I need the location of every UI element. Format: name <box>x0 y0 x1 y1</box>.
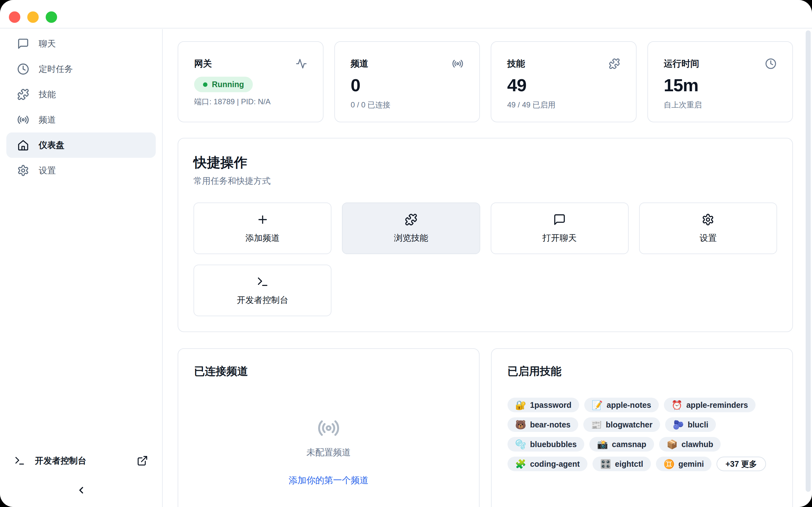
skill-badge-blucli: 🫐blucli <box>665 417 716 432</box>
quick-actions-panel: 快捷操作 常用任务和快捷方式 添加频道 浏览技能 打开聊天 设置 <box>177 138 793 332</box>
channels-empty-state: 未配置频道 添加你的第一个频道 <box>194 417 463 487</box>
enabled-skills-title: 已启用技能 <box>507 364 776 379</box>
add-first-channel-link[interactable]: 添加你的第一个频道 <box>289 474 368 487</box>
stat-card-channels: 频道 0 0 / 0 已连接 <box>334 41 480 122</box>
stat-card-uptime: 运行时间 15m 自上次重启 <box>647 41 793 122</box>
bottom-panels: 已连接频道 未配置频道 添加你的第一个频道 已启用技能 🔐1password 📝… <box>177 348 793 507</box>
quick-actions-title: 快捷操作 <box>194 154 777 171</box>
dev-console-footer-button[interactable]: 开发者控制台 <box>0 451 162 471</box>
camera-emoji-icon: 📸 <box>597 439 608 450</box>
add-channel-button[interactable]: 添加频道 <box>194 203 332 254</box>
action-label: 浏览技能 <box>394 232 428 244</box>
action-label: 设置 <box>699 232 716 244</box>
stat-title: 频道 <box>351 58 368 70</box>
title-bar <box>0 0 812 29</box>
skill-badge-apple-notes: 📝apple-notes <box>584 398 659 412</box>
sidebar-item-skills[interactable]: 技能 <box>6 82 156 107</box>
dev-console-label: 开发者控制台 <box>35 455 86 466</box>
close-button[interactable] <box>9 11 20 23</box>
empty-state-text: 未配置频道 <box>306 447 351 458</box>
vertical-scrollbar-thumb[interactable] <box>806 31 811 492</box>
puzzle-icon <box>405 213 417 226</box>
skill-name: bluebubbles <box>530 440 577 449</box>
knobs-emoji-icon: 🎛️ <box>600 459 611 469</box>
stat-card-skills: 技能 49 49 / 49 已启用 <box>491 41 637 122</box>
puzzle-emoji-icon: 🧩 <box>515 459 526 469</box>
settings-button[interactable]: 设置 <box>639 203 777 254</box>
action-label: 添加频道 <box>246 232 280 244</box>
skill-name: coding-agent <box>530 459 580 469</box>
more-skills-button[interactable]: +37 更多 <box>716 457 766 471</box>
skill-name: clawhub <box>681 440 713 449</box>
sidebar-item-scheduled-tasks[interactable]: 定时任务 <box>6 56 156 82</box>
stat-value: 49 <box>507 75 620 95</box>
sidebar-item-label: 仪表盘 <box>39 139 64 151</box>
sidebar-item-settings[interactable]: 设置 <box>6 158 156 183</box>
broadcast-icon <box>17 114 29 126</box>
stat-detail: 端口: 18789 | PID: N/A <box>194 97 307 107</box>
broadcast-icon <box>317 417 340 440</box>
stat-title: 技能 <box>507 58 525 70</box>
maximize-button[interactable] <box>46 11 57 23</box>
collapse-row <box>0 471 162 507</box>
sidebar-item-label: 聊天 <box>39 38 56 49</box>
status-badge-running: Running <box>194 77 253 92</box>
gear-icon <box>17 164 29 176</box>
skill-name: 1password <box>530 400 571 410</box>
activity-icon <box>296 58 307 69</box>
stat-card-row: 网关 Running 端口: 18789 | PID: N/A 频道 0 0 /… <box>177 41 793 122</box>
browse-skills-button[interactable]: 浏览技能 <box>342 203 480 254</box>
app-window: 聊天 定时任务 技能 频道 仪表盘 设置 <box>0 0 812 507</box>
stat-value: 0 <box>351 75 464 95</box>
clock-icon <box>17 63 29 75</box>
terminal-icon <box>256 275 269 288</box>
skill-badge-gemini: ♊gemini <box>656 457 712 471</box>
puzzle-icon <box>17 89 29 101</box>
lock-emoji-icon: 🔐 <box>515 400 526 410</box>
sidebar-item-label: 设置 <box>39 165 56 176</box>
chevron-left-icon[interactable] <box>76 485 87 496</box>
skill-badge-eightctl: 🎛️eightctl <box>593 457 651 471</box>
skill-name: bear-notes <box>530 420 571 429</box>
sidebar-item-label: 频道 <box>39 114 56 125</box>
skills-badge-list: 🔐1password 📝apple-notes ⏰apple-reminders… <box>507 398 776 471</box>
bear-emoji-icon: 🐻 <box>515 419 526 430</box>
skill-name: apple-notes <box>606 400 651 410</box>
dev-console-button[interactable]: 开发者控制台 <box>194 265 332 316</box>
skill-badge-bear-notes: 🐻bear-notes <box>507 417 578 432</box>
gemini-emoji-icon: ♊ <box>664 459 675 469</box>
action-label: 开发者控制台 <box>237 294 288 306</box>
stat-detail: 49 / 49 已启用 <box>507 100 620 110</box>
terminal-icon <box>14 455 26 466</box>
sidebar-item-label: 定时任务 <box>39 63 73 75</box>
sidebar-item-chat[interactable]: 聊天 <box>6 31 156 56</box>
memo-emoji-icon: 📝 <box>592 400 603 410</box>
quick-actions-grid: 添加频道 浏览技能 打开聊天 设置 开发者控制台 <box>194 203 777 316</box>
skill-name: camsnap <box>612 440 646 449</box>
skill-badge-apple-reminders: ⏰apple-reminders <box>664 398 756 412</box>
broadcast-icon <box>452 58 463 69</box>
stat-value: 15m <box>664 75 777 95</box>
connected-channels-title: 已连接频道 <box>194 364 463 379</box>
puzzle-icon <box>609 58 620 69</box>
minimize-button[interactable] <box>27 11 39 23</box>
sidebar-item-dashboard[interactable]: 仪表盘 <box>6 132 156 158</box>
skill-name: blogwatcher <box>606 420 653 429</box>
clock-icon <box>765 58 776 69</box>
sidebar-item-channels[interactable]: 频道 <box>6 107 156 132</box>
skill-name: apple-reminders <box>687 400 748 410</box>
skill-name: blucli <box>688 420 708 429</box>
gear-icon <box>702 213 714 226</box>
sidebar: 聊天 定时任务 技能 频道 仪表盘 设置 <box>0 29 163 507</box>
home-icon <box>17 139 29 151</box>
skill-badge-coding-agent: 🧩coding-agent <box>507 457 588 471</box>
skill-name: gemini <box>678 459 704 469</box>
sidebar-nav: 聊天 定时任务 技能 频道 仪表盘 设置 <box>0 29 162 185</box>
skill-badge-blogwatcher: 📰blogwatcher <box>583 417 660 432</box>
quick-actions-subtitle: 常用任务和快捷方式 <box>194 175 777 187</box>
skill-badge-clawhub: 📦clawhub <box>659 437 721 452</box>
sidebar-spacer <box>0 185 162 451</box>
traffic-lights <box>9 11 57 23</box>
open-chat-button[interactable]: 打开聊天 <box>491 203 629 254</box>
action-label: 打开聊天 <box>542 232 577 244</box>
